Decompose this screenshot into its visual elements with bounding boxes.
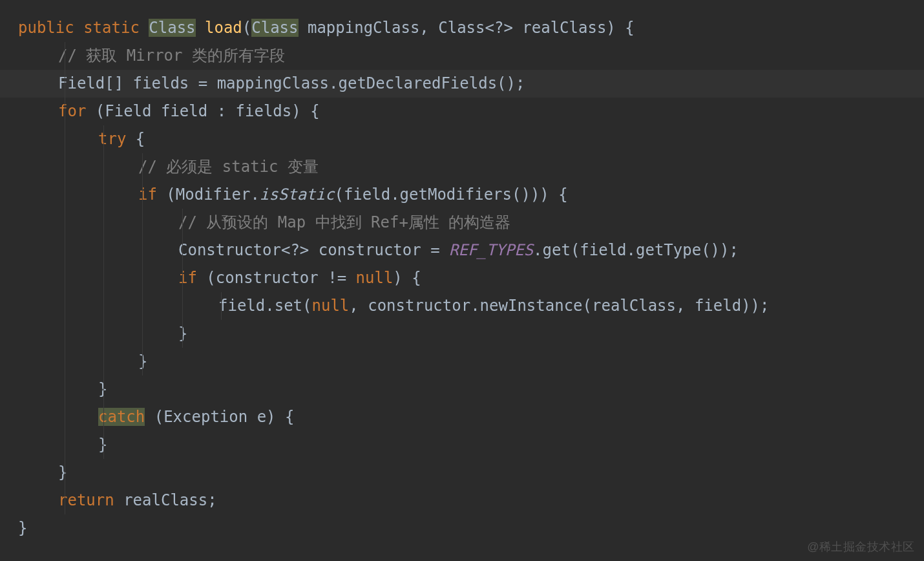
code-editor[interactable]: public static Class load(Class mappingCl… (0, 0, 924, 561)
indent-guide (182, 292, 183, 320)
code-token: null (312, 297, 350, 315)
indent-guide (142, 292, 143, 320)
code-line[interactable]: } (0, 459, 924, 487)
indent-guide (65, 431, 65, 459)
code-token: mappingClass, Class<?> realClass) { (299, 19, 635, 37)
indent-guide (65, 42, 65, 70)
code-token: try (98, 130, 126, 148)
code-token (196, 19, 205, 37)
code-token: (Field field : fields) { (86, 102, 319, 120)
code-token: } (138, 352, 147, 370)
code-token: load (205, 19, 242, 37)
code-line[interactable]: catch (Exception e) { (0, 403, 924, 431)
code-line[interactable]: // 从预设的 Map 中找到 Ref+属性 的构造器 (0, 209, 924, 237)
code-line[interactable]: Field[] fields = mappingClass.getDeclare… (0, 70, 924, 98)
code-line[interactable]: } (0, 514, 924, 542)
code-token: Class (251, 19, 298, 37)
code-token: ) { (393, 269, 421, 287)
indent-guide (103, 292, 104, 320)
code-token: field.set( (218, 297, 312, 315)
code-token: isStatic (260, 185, 335, 204)
indent-guide (142, 320, 143, 348)
code-line[interactable]: for (Field field : fields) { (0, 98, 924, 125)
indent-guide (65, 209, 65, 237)
indent-guide (65, 376, 65, 403)
code-token: Field[] fields = mappingClass.getDeclare… (58, 74, 525, 92)
indent-guide (142, 153, 143, 181)
indent-guide (103, 209, 104, 237)
code-container: public static Class load(Class mappingCl… (0, 14, 924, 542)
code-line[interactable]: public static Class load(Class mappingCl… (0, 14, 924, 42)
indent-guide (103, 153, 104, 181)
code-line[interactable]: if (constructor != null) { (0, 264, 924, 292)
code-token: Constructor<?> constructor = (178, 241, 449, 259)
indent-guide (142, 264, 143, 292)
indent-guide (65, 153, 65, 181)
indent-guide (65, 181, 65, 209)
code-token: (field.getModifiers())) { (334, 185, 567, 204)
code-token: { (126, 130, 145, 148)
indent-guide (182, 320, 183, 348)
code-token: // 获取 Mirror 类的所有字段 (58, 47, 285, 65)
code-line[interactable]: return realClass; (0, 487, 924, 514)
indent-guide (103, 320, 104, 348)
code-token (140, 19, 149, 37)
indent-guide (65, 459, 65, 487)
code-token: return (58, 491, 114, 509)
code-token: (constructor != (197, 269, 356, 287)
code-token: if (178, 269, 197, 287)
code-line[interactable]: } (0, 348, 924, 376)
code-line[interactable]: // 获取 Mirror 类的所有字段 (0, 42, 924, 70)
code-token: (Exception e) { (145, 408, 294, 426)
indent-guide (65, 403, 65, 431)
code-token: static (83, 19, 140, 37)
code-line[interactable]: field.set(null, constructor.newInstance(… (0, 292, 924, 320)
code-line[interactable]: Constructor<?> constructor = REF_TYPES.g… (0, 237, 924, 264)
watermark-text: @稀土掘金技术社区 (807, 539, 915, 555)
indent-guide (103, 431, 104, 459)
indent-guide (142, 209, 143, 237)
code-token: , constructor.newInstance(realClass, fie… (349, 297, 769, 315)
code-line[interactable]: // 必须是 static 变量 (0, 153, 924, 181)
code-token: realClass; (114, 491, 217, 509)
indent-guide (103, 264, 104, 292)
code-token: if (138, 185, 157, 204)
indent-guide (103, 181, 104, 209)
indent-guide (103, 403, 104, 431)
code-line[interactable]: } (0, 376, 924, 403)
code-line[interactable]: } (0, 431, 924, 459)
indent-guide (142, 237, 143, 264)
indent-guide (65, 237, 65, 264)
code-token: null (356, 269, 394, 287)
code-token: // 从预设的 Map 中找到 Ref+属性 的构造器 (178, 213, 510, 231)
indent-guide (103, 348, 104, 376)
indent-guide (142, 348, 143, 376)
code-token: public (18, 19, 74, 37)
indent-guide (65, 348, 65, 376)
code-token: REF_TYPES (449, 241, 533, 259)
code-token: Class (149, 19, 195, 37)
indent-guide (65, 292, 65, 320)
indent-guide (221, 292, 222, 320)
indent-guide (65, 487, 65, 514)
indent-guide (65, 320, 65, 348)
code-line[interactable]: } (0, 320, 924, 348)
code-token: } (58, 463, 67, 482)
code-token: } (18, 519, 27, 537)
indent-guide (65, 125, 65, 153)
code-token: ( (242, 19, 251, 37)
indent-guide (142, 181, 143, 209)
code-token: // 必须是 static 变量 (138, 158, 319, 176)
indent-guide (182, 264, 183, 292)
indent-guide (103, 376, 104, 403)
code-line[interactable]: try { (0, 125, 924, 153)
indent-guide (103, 125, 104, 153)
indent-guide (65, 70, 65, 98)
indent-guide (182, 237, 183, 264)
code-token: (Modifier. (157, 185, 260, 204)
code-token: } (178, 324, 187, 343)
code-line[interactable]: if (Modifier.isStatic(field.getModifiers… (0, 181, 924, 209)
indent-guide (65, 98, 65, 125)
code-token: catch (98, 408, 145, 426)
code-token: for (58, 102, 86, 120)
